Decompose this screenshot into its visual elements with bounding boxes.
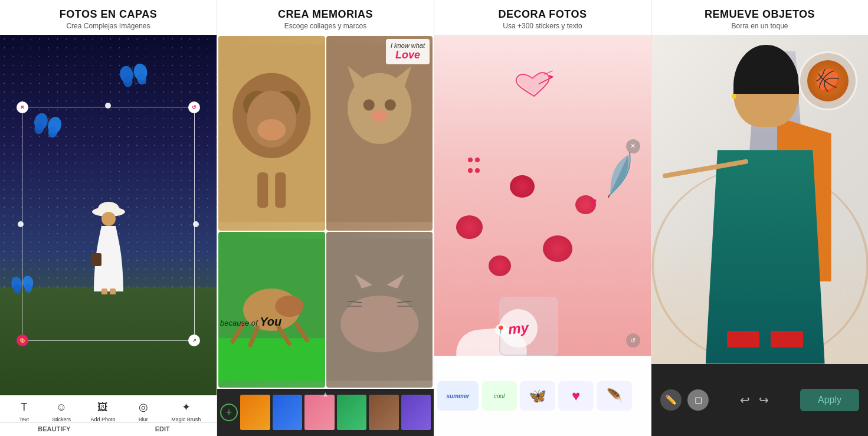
collage-row-bottom: because of You [218, 232, 433, 388]
butterfly-icon-top-right [117, 61, 150, 90]
stickers-icon: ☺ [53, 399, 70, 415]
overlay-line2: Love [391, 49, 425, 61]
svg-point-33 [363, 99, 374, 110]
blur-icon: ◎ [135, 399, 152, 415]
svg-rect-27 [257, 172, 268, 208]
because-of-text: because of You [220, 315, 281, 329]
svg-point-35 [371, 110, 388, 121]
panel1-image-area: ✕ ↺ 🎨 ↗ [0, 35, 217, 395]
text-label: Text [19, 417, 29, 422]
panel1-title: FOTOS EN CAPAS [6, 8, 211, 21]
panel4-content: 🏀 ✏️ ◻ ↩ ↪ Apply [651, 35, 868, 436]
red-shoe-right [771, 331, 803, 348]
sticker-heart2[interactable]: ♥ [558, 381, 594, 411]
sticker-cool[interactable]: cool [482, 381, 517, 411]
selection-left-handle[interactable] [18, 221, 24, 227]
undo-button[interactable]: ↩ [737, 390, 753, 410]
filmstrip-thumb-3[interactable] [304, 395, 335, 430]
toolbar-icons: T Text ☺ Stickers 🖼 Add Photo ◎ Blur ✦ [0, 399, 217, 422]
you-text: You [260, 315, 281, 328]
panel2-content: I know what Love [217, 35, 434, 436]
collage-grid: I know what Love [217, 35, 434, 389]
collage-dog-cell [218, 36, 325, 231]
svg-point-45 [340, 296, 418, 352]
blur-label: Blur [139, 417, 148, 422]
panel3-title: DECORA FOTOS [440, 8, 645, 21]
sticker-bar: summer cool 🦋 ♥ 🪶 [434, 356, 651, 436]
undo-redo-group: ↩ ↪ [737, 390, 772, 410]
svg-rect-28 [275, 172, 286, 208]
panel4-title: REMUEVE OBJETOS [657, 8, 862, 21]
brush-icon[interactable]: ✏️ [660, 389, 682, 411]
filmstrip-thumb-1[interactable] [240, 395, 270, 430]
redo-button[interactable]: ↪ [756, 390, 772, 410]
toolbar-add-photo[interactable]: 🖼 Add Photo [90, 399, 115, 422]
girl-head [733, 45, 798, 127]
panel1-header: FOTOS EN CAPAS Crea Complejas Imágenes [0, 0, 217, 35]
stickers-label: Stickers [52, 417, 71, 422]
collage-cat-sleep-cell [326, 232, 433, 388]
panel1-subtitle: Crea Complejas Imágenes [6, 22, 211, 30]
filmstrip-thumb-4[interactable] [337, 395, 367, 430]
sticker-close-handle[interactable]: ✕ [626, 139, 640, 153]
panel-decora-fotos: DECORA FOTOS Usa +300 stickers y texto [434, 0, 651, 436]
overlay-text-love: I know what Love [386, 39, 430, 64]
girl-body-teal [706, 150, 825, 363]
panels-container: FOTOS EN CAPAS Crea Complejas Imágenes [0, 0, 868, 436]
toolbar-bottom: BEAUTIFY EDIT [0, 422, 217, 435]
toolbar-text[interactable]: T Text [16, 399, 32, 422]
collage-dog-run-cell [218, 232, 325, 388]
panel3-header: DECORA FOTOS Usa +300 stickers y texto [434, 0, 651, 35]
panel-remueve-objetos: REMUEVE OBJETOS Borra en un toque [651, 0, 868, 436]
selection-close-handle[interactable]: ✕ [17, 101, 28, 113]
heart-sticker-small: ♥ [589, 195, 597, 209]
filmstrip-thumb-6[interactable] [401, 395, 431, 430]
text-icon: T [16, 399, 32, 415]
selection-bottom-left-handle[interactable]: 🎨 [17, 335, 28, 346]
pin-icon[interactable]: 📍 [495, 324, 507, 336]
toolbar-beautify[interactable]: BEAUTIFY [0, 422, 109, 435]
filmstrip-thumb-5[interactable] [369, 395, 399, 430]
add-photo-icon: 🖼 [94, 399, 111, 415]
collage-cat-cell: I know what Love [326, 36, 433, 231]
toolbar-stickers[interactable]: ☺ Stickers [52, 399, 71, 422]
apply-left-icons: ✏️ ◻ [660, 389, 709, 411]
svg-point-34 [384, 99, 395, 110]
panel2-title: CREA MEMORIAS [223, 8, 428, 21]
eraser-icon[interactable]: ◻ [687, 389, 709, 411]
filmstrip-bar: ▲ + [217, 389, 434, 436]
apply-toolbar: ✏️ ◻ ↩ ↪ Apply [651, 364, 868, 436]
raspberry-4 [543, 235, 572, 262]
panel-crea-memorias: CREA MEMORIAS Escoge collages y marcos [217, 0, 434, 436]
raspberry-1 [456, 215, 483, 239]
selection-right-handle[interactable] [193, 221, 199, 227]
filmstrip-add-button[interactable]: + [220, 404, 238, 421]
collage-row-top: I know what Love [218, 36, 433, 231]
panel2-image-area: I know what Love [217, 35, 434, 436]
selection-top-handle[interactable] [105, 103, 111, 109]
add-photo-label: Add Photo [90, 417, 115, 422]
toolbar-blur[interactable]: ◎ Blur [135, 399, 152, 422]
dots-sticker [467, 155, 481, 176]
magic-brush-label: Magic Brush [171, 417, 201, 422]
panel4-image-area: 🏀 ✏️ ◻ ↩ ↪ Apply [651, 35, 868, 436]
toolbar-panel1: T Text ☺ Stickers 🖼 Add Photo ◎ Blur ✦ [0, 395, 217, 436]
sticker-summer[interactable]: summer [437, 381, 479, 411]
raspberry-2 [489, 255, 511, 276]
svg-rect-37 [218, 338, 325, 381]
svg-line-56 [608, 195, 609, 198]
panel4-subtitle: Borra en un toque [657, 22, 862, 30]
panel3-subtitle: Usa +300 stickers y texto [440, 22, 645, 30]
sticker-feather2[interactable]: 🪶 [597, 381, 632, 411]
toolbar-edit[interactable]: EDIT [109, 422, 217, 435]
toolbar-magic-brush[interactable]: ✦ Magic Brush [171, 399, 201, 422]
filmstrip-thumb-2[interactable] [273, 395, 303, 430]
panel2-header: CREA MEMORIAS Escoge collages y marcos [217, 0, 434, 35]
overlay-line1: I know what [391, 42, 425, 49]
apply-button[interactable]: Apply [800, 389, 859, 411]
sticker-bird[interactable]: 🦋 [520, 381, 555, 411]
svg-point-26 [257, 119, 286, 140]
sticker-rotate-handle[interactable]: ↺ [626, 333, 640, 348]
panel-fotos-capas: FOTOS EN CAPAS Crea Complejas Imágenes [0, 0, 217, 436]
panel3-image-area: ♥ my ✕ ↺ 📍 summer cool 🦋 ♥ [434, 35, 651, 436]
